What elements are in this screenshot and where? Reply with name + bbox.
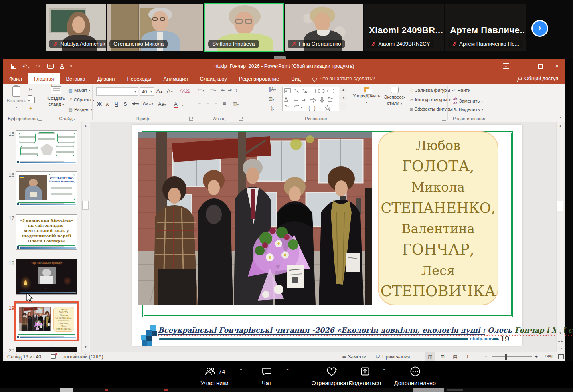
participants-button[interactable]: 74 Участники [192,365,237,386]
thumbnail-slide-15[interactable] [16,130,77,164]
line-spacing-button[interactable]: ↕ [235,87,237,93]
minimize-button[interactable]: — [515,59,532,73]
drawing-dialog-launcher[interactable] [442,117,446,121]
select-button[interactable]: ⇖Выделить▾ [453,107,483,112]
video-tile-xiaomi[interactable]: Xiaomi 2409BR... Xiaomi 2409BRN2CY [364,4,444,51]
clipboard-dialog-launcher[interactable] [38,117,42,121]
tell-me-search[interactable]: Что вы хотите сделать? [307,73,381,84]
tab-file[interactable]: Файл [3,73,28,84]
canvas-scrollbar[interactable]: ▲ ▼ ▲▲ ▼▼ [556,122,564,352]
thumbnail-slide-16[interactable]: СТЕПАНЕНКО Микола Іванович, [16,171,77,206]
character-spacing-button[interactable]: AV↔▾ [143,101,153,106]
notes-toggle[interactable]: ≐Заметки [342,352,366,361]
thumbnail-slide-20[interactable]: ▂▂▂▂▂▂▂ [16,347,77,352]
language-status[interactable]: английский (США) [63,352,103,361]
copy-button[interactable]: ▾ [28,95,35,102]
thumbs-scroll-down-button[interactable]: ▼ [82,344,89,350]
paste-button[interactable]: Вставить▾ [6,86,26,109]
thumbnail-slide-17[interactable]: «Українська Хіросіма» як світоглядно- ме… [16,214,77,250]
comments-toggle[interactable]: 🗨︎Примечания [375,352,410,361]
slideshow-view-button[interactable]: 𝖳 [462,352,473,361]
restore-button[interactable] [532,59,549,73]
numbering-button[interactable]: ≕▾ [209,87,216,93]
video-tile-stepanenko-mykola[interactable]: ··· Степаненко Микола [107,4,203,51]
shape-fill-button[interactable]: ◇Заливка фигуры▾ [410,87,454,93]
replace-button[interactable]: abacЗаменить▾ [453,97,483,105]
arrange-button[interactable]: Упорядочить▾ [351,87,382,105]
find-button[interactable]: ⌕Найти [453,87,470,93]
group-photo[interactable] [138,132,372,305]
slide-counter[interactable]: Слайд 19 из 40 [7,352,41,361]
thumbnails-scrollbar[interactable]: ▲ ▼ [81,122,89,352]
font-size-combobox[interactable]: 40▾ [140,87,154,96]
font-dialog-launcher[interactable] [189,117,193,121]
close-button[interactable]: × [549,59,565,73]
tab-slideshow[interactable]: Слайд-шоу [194,73,233,84]
align-text-button[interactable]: ⊞▾ [269,96,274,102]
canvas-scrollbar-thumb[interactable] [557,201,563,211]
zoom-in-button[interactable]: + [535,352,538,361]
next-videos-button[interactable]: › [531,20,548,37]
thumbnail-slide-19-selected[interactable]: Любов ГОЛОТА, Микола СТЕПАНЕНКО, Валенти… [16,303,77,339]
video-tile-artem-pavlychenko[interactable]: Артем Павличе... Артем Павличенко Пе... [445,4,526,51]
thumbnail-slide-18[interactable]: Чорнобильська трагедія „ ‟ [16,259,77,295]
share-button[interactable]: Общий доступ [510,73,565,84]
shapes-gallery[interactable]: A {} [282,87,339,111]
tab-home[interactable]: Главная [28,73,60,84]
italic-button[interactable]: К [106,101,109,107]
decrease-indent-button[interactable]: ⇤ [221,87,225,93]
slide-sorter-view-button[interactable]: ⊞ [437,352,448,361]
bullets-button[interactable]: ≔▾ [198,87,204,93]
quick-styles-button[interactable]: Экспресс-стили ▾ [382,87,407,106]
previous-slide-button[interactable]: ▲▲ [557,337,564,344]
slide-19[interactable]: Любов ГОЛОТА, Микола СТЕПАНЕНКО, Валенти… [132,125,522,346]
tab-animations[interactable]: Анимация [157,73,194,84]
participants-menu-chevron[interactable]: ⌃ [239,368,243,374]
zoom-level[interactable]: 73% [544,352,553,361]
chat-menu-chevron[interactable]: ⌃ [285,368,290,374]
shapes-scroll-down[interactable]: ▼ [340,95,347,100]
tab-transitions[interactable]: Переходы [121,73,157,84]
font-color-button[interactable]: A [174,101,178,108]
tab-design[interactable]: Дизайн [91,73,121,84]
decrease-font-button[interactable]: A▼ [167,88,174,94]
shapes-scroll-up[interactable]: ▲ [340,87,347,92]
undo-icon[interactable]: ↶ ▾ [22,63,30,69]
fit-slide-button[interactable] [558,352,564,361]
share-toolbar-handle[interactable] [274,56,286,59]
tab-view[interactable]: Вид [285,73,307,84]
more-button[interactable]: Дополнительно [391,365,439,386]
collapse-ribbon-button[interactable]: ⌃ [559,117,562,121]
video-tile-natalya-adamchuk[interactable]: Natalya Adamchuk [46,4,106,51]
video-tile-nina-stepanenko[interactable]: Ніна Степаненко [285,4,363,51]
thumbs-scroll-up-button[interactable]: ▲ [82,123,89,129]
zoom-out-button[interactable]: − [484,352,487,361]
align-right-button[interactable]: ≡ [214,101,217,107]
font-name-combobox[interactable]: ▾ [96,87,138,96]
columns-button[interactable]: ▥▾ [233,101,239,107]
react-menu-chevron[interactable]: ⌃ [334,368,338,374]
bold-button[interactable]: Ж [97,101,102,107]
zoom-slider[interactable] [492,356,532,357]
reset-button[interactable]: ↺Сбросить [68,97,94,103]
ribbon-display-options-button[interactable]: ▲ [503,63,509,69]
format-painter-button[interactable]: ✦ [29,106,33,111]
normal-view-button[interactable]: ◫ [425,352,435,361]
section-button[interactable]: ▦Раздел▾ [68,107,93,112]
layout-button[interactable]: ▤Макет▾ [68,87,90,93]
zoom-slider-handle[interactable] [505,354,507,360]
shapes-more[interactable]: ≡ [340,103,347,110]
shape-outline-button[interactable]: ▱Контур фигуры▾ [410,97,450,103]
convert-smartart-button[interactable]: ⇶▾ [269,106,274,111]
clear-formatting-button[interactable]: A⌫ [180,88,190,94]
reading-view-button[interactable]: ▤ [450,352,460,361]
canvas-scroll-down-button[interactable]: ▼ [557,330,564,337]
save-icon[interactable] [11,64,16,69]
paragraph-dialog-launcher[interactable] [239,117,243,121]
underline-style-icon[interactable]: A [60,63,64,69]
tab-review[interactable]: Рецензирование [233,73,285,84]
redo-icon[interactable]: ↷ [36,63,41,69]
justify-button[interactable]: ≣ [222,101,226,107]
text-shadow-button[interactable]: abc [132,101,139,106]
align-center-button[interactable]: ≡ [206,101,209,107]
